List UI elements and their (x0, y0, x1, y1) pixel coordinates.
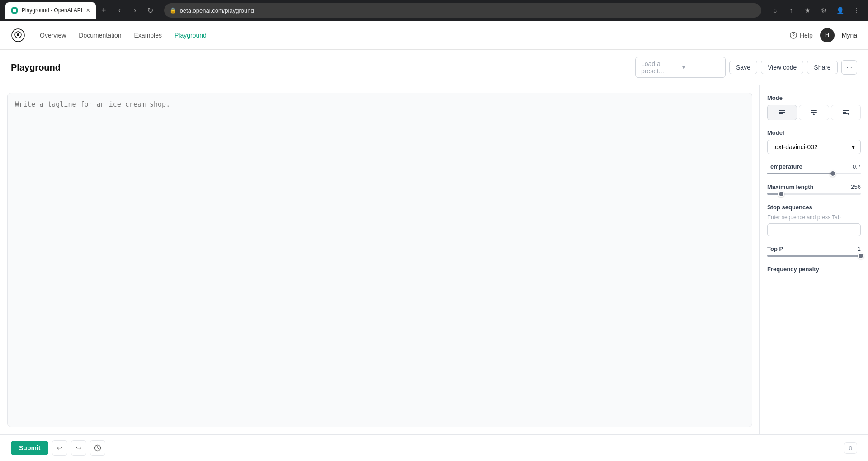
toolbar-right: Load a preset... ▾ Save View code Share … (635, 57, 857, 78)
frequency-penalty-label: Frequency penalty (767, 266, 861, 273)
prompt-input[interactable] (7, 93, 752, 427)
frequency-penalty-section: Frequency penalty (767, 266, 861, 276)
page-toolbar: Playground Load a preset... ▾ Save View … (0, 50, 868, 85)
model-chevron-icon: ▾ (852, 143, 855, 151)
max-length-section: Maximum length 256 (767, 183, 861, 195)
complete-icon (778, 108, 786, 117)
svg-point-2 (17, 33, 19, 36)
temperature-thumb[interactable] (830, 170, 836, 177)
history-button[interactable] (90, 440, 105, 456)
stop-sequences-input[interactable] (767, 223, 861, 236)
share-icon[interactable]: ↑ (785, 4, 797, 17)
model-select[interactable]: text-davinci-002 ▾ (767, 140, 861, 154)
profile-icon[interactable]: 👤 (834, 4, 846, 17)
more-button[interactable]: ··· (841, 60, 857, 75)
forward-button[interactable]: › (129, 4, 142, 17)
max-length-slider[interactable] (767, 193, 861, 195)
svg-text:?: ? (792, 33, 795, 38)
max-length-track (767, 193, 861, 195)
temperature-row: Temperature 0.7 (767, 163, 861, 170)
stop-sequences-hint: Enter sequence and press Tab (767, 214, 861, 221)
mode-buttons (767, 105, 861, 120)
openai-nav: Overview Documentation Examples Playgrou… (0, 21, 868, 50)
bookmark-icon[interactable]: ★ (801, 4, 814, 17)
top-p-slider[interactable] (767, 255, 861, 257)
search-icon[interactable]: ⌕ (769, 4, 781, 17)
chevron-down-icon: ▾ (682, 64, 720, 71)
nav-documentation[interactable]: Documentation (79, 32, 121, 39)
nav-playground[interactable]: Playground (175, 32, 207, 39)
char-count: 0 (844, 442, 857, 454)
tab-favicon (11, 7, 18, 14)
svg-rect-13 (843, 113, 848, 114)
undo-button[interactable]: ↩ (52, 440, 67, 456)
user-initial: H (825, 32, 829, 38)
nav-examples[interactable]: Examples (134, 32, 162, 39)
svg-rect-12 (843, 112, 846, 113)
share-button[interactable]: Share (807, 61, 837, 74)
max-length-row: Maximum length 256 (767, 183, 861, 190)
submit-button[interactable]: Submit (11, 441, 48, 455)
back-button[interactable]: ‹ (113, 4, 126, 17)
tab-title: Playground - OpenAI API (22, 7, 82, 14)
address-bar[interactable]: 🔒 beta.openai.com/playground (164, 3, 761, 18)
svg-point-0 (13, 9, 16, 12)
tab-close-button[interactable]: ✕ (86, 7, 90, 14)
main-content: Mode (0, 85, 868, 434)
user-name[interactable]: Myna (842, 32, 857, 39)
new-tab-button[interactable]: + (101, 6, 106, 15)
model-section: Model text-davinci-002 ▾ (767, 129, 861, 154)
save-button[interactable]: Save (729, 61, 757, 74)
top-p-section: Top P 1 (767, 245, 861, 257)
view-code-button[interactable]: View code (761, 61, 803, 74)
temperature-track (767, 173, 861, 174)
help-label: Help (800, 32, 813, 39)
reload-button[interactable]: ↻ (144, 4, 157, 17)
max-length-thumb[interactable] (778, 191, 784, 197)
redo-button[interactable]: ↪ (71, 440, 86, 456)
browser-tab[interactable]: Playground - OpenAI API ✕ (5, 2, 96, 19)
extensions-icon[interactable]: ⚙ (817, 4, 830, 17)
mode-complete-button[interactable] (767, 105, 797, 120)
stop-sequences-section: Stop sequences Enter sequence and press … (767, 204, 861, 236)
svg-rect-11 (843, 110, 849, 111)
mode-insert-button[interactable] (799, 105, 829, 120)
mode-edit-button[interactable] (831, 105, 861, 120)
svg-rect-9 (811, 112, 817, 113)
stop-sequences-label: Stop sequences (767, 204, 861, 211)
temperature-slider[interactable] (767, 173, 861, 174)
mode-label: Mode (767, 94, 861, 101)
svg-rect-7 (779, 113, 783, 114)
insert-icon (810, 108, 818, 117)
user-avatar[interactable]: H (820, 28, 835, 42)
redo-icon: ↪ (76, 444, 81, 452)
nav-right: ? Help H Myna (790, 28, 857, 42)
svg-rect-14 (848, 113, 849, 115)
help-icon: ? (790, 32, 797, 39)
menu-icon[interactable]: ⋮ (850, 4, 863, 17)
help-button[interactable]: ? Help (790, 32, 813, 39)
top-p-thumb[interactable] (858, 253, 864, 259)
temperature-section: Temperature 0.7 (767, 163, 861, 174)
bottom-bar: Submit ↩ ↪ 0 (0, 434, 868, 461)
svg-rect-8 (811, 110, 817, 111)
model-label: Model (767, 129, 861, 136)
temperature-fill (767, 173, 833, 174)
browser-actions: ⌕ ↑ ★ ⚙ 👤 ⋮ (769, 4, 863, 17)
preset-dropdown[interactable]: Load a preset... ▾ (635, 57, 726, 78)
browser-nav-controls: ‹ › ↻ (113, 4, 157, 17)
page-title: Playground (11, 62, 61, 73)
temperature-value: 0.7 (853, 163, 861, 170)
edit-icon (842, 108, 850, 117)
top-p-value: 1 (858, 245, 861, 252)
preset-placeholder: Load a preset... (641, 60, 679, 75)
mode-section: Mode (767, 94, 861, 120)
svg-rect-6 (779, 112, 785, 113)
nav-overview[interactable]: Overview (40, 32, 66, 39)
url-text: beta.openai.com/playground (180, 7, 254, 14)
top-p-track (767, 255, 861, 257)
temperature-label: Temperature (767, 163, 802, 170)
settings-panel: Mode (760, 85, 868, 434)
history-icon (94, 444, 101, 452)
model-value: text-davinci-002 (773, 143, 818, 151)
